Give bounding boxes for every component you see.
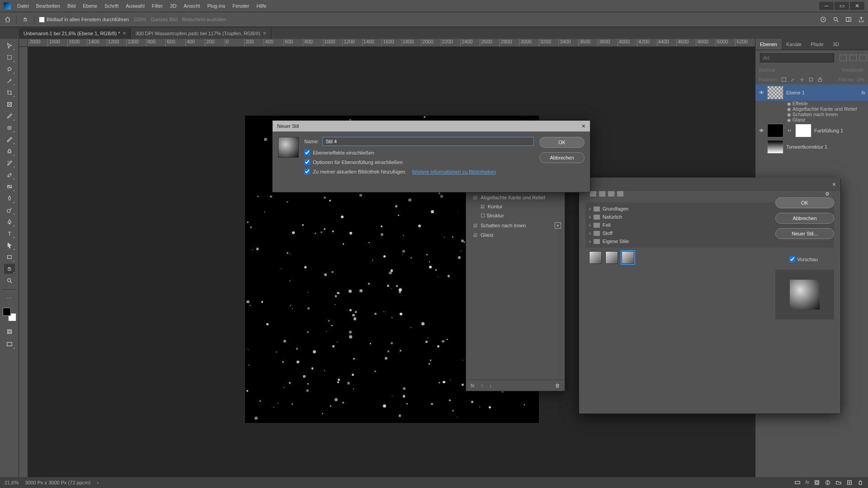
close-icon[interactable]: × [828,179,840,190]
effect-item[interactable]: ◉ Abgeflachte Kante und Relief [755,106,868,112]
fit-image[interactable]: Ganzes Bild [151,17,177,22]
style-size-large[interactable] [608,191,614,197]
hand-tool-icon[interactable] [21,15,29,23]
search-icon[interactable] [833,16,839,23]
fx-badge[interactable]: fx [861,90,865,95]
dodge-tool[interactable] [4,205,15,215]
zoom-100[interactable]: 100% [133,17,146,22]
path-select-tool[interactable] [4,240,15,250]
new-layer-icon[interactable] [846,479,853,486]
menu-hilfe[interactable]: Hilfe [253,1,270,10]
fill-value[interactable]: 0% [857,77,864,82]
zoom-readout[interactable]: 21,6% [5,480,19,485]
maximize-button[interactable]: ▭ [835,2,849,10]
menu-fenster[interactable]: Fenster [229,1,253,10]
gear-icon[interactable]: ⚙ [825,191,830,197]
move-tool[interactable] [4,41,15,51]
layerstyle-option[interactable]: Kontur [466,202,565,211]
menu-bild[interactable]: Bild [64,1,79,10]
layer-name[interactable]: Farbfüllung 1 [814,128,843,133]
menu-schrift[interactable]: Schrift [101,1,122,10]
layerstyle-option[interactable]: Glanz [466,230,565,239]
menu-3d[interactable]: 3D [166,1,180,10]
marquee-tool[interactable] [4,52,15,62]
add-library-checkbox[interactable]: Zu meiner aktuellen Bibliothek hinzufüge… [304,169,534,174]
document-tab-active[interactable]: Unbenannt-1 bei 21,6% (Ebene 1, RGB/8) *… [19,28,131,39]
layer-item[interactable]: 👁 Ebene 1 fx [755,84,868,101]
tab-channels[interactable]: Kanäle [782,39,806,50]
menu-filter[interactable]: Filter [148,1,166,10]
scroll-all-checkbox[interactable]: Bildlauf in allen Fenstern durchführen [39,17,129,23]
visibility-icon[interactable]: 👁 [758,90,764,95]
menu-ansicht[interactable]: Ansicht [180,1,203,10]
ruler-origin[interactable] [19,39,28,47]
layerstyle-option[interactable]: Schatten nach innen+ [466,221,565,230]
pen-tool[interactable] [4,217,15,227]
close-icon[interactable]: × [123,30,126,37]
share-icon[interactable] [858,16,864,23]
timeline-icon[interactable] [794,479,801,486]
folder-icon[interactable] [835,479,842,486]
tab-layers[interactable]: Ebenen [755,39,782,50]
preview-checkbox[interactable]: Vorschau [789,256,818,262]
menu-plug-ins[interactable]: Plug-ins [203,1,229,10]
gradient-tool[interactable] [4,182,15,192]
link-icon[interactable] [786,127,793,134]
adjust-icon[interactable] [825,479,831,486]
blend-mode-select[interactable]: Normal [759,67,775,73]
style-size-small[interactable] [590,191,596,197]
heal-tool[interactable] [4,123,15,133]
layerstyle-option[interactable]: Abgeflachte Kante und Relief [466,193,565,202]
menu-datei[interactable]: Datei [14,1,33,10]
style-thumb[interactable] [605,251,618,264]
library-info-link[interactable]: Weitere Informationen zu Bibliotheken [412,169,496,174]
include-effects-checkbox[interactable]: Ebeneneffekte einschließen [304,150,534,155]
zoom-tool[interactable] [4,276,15,286]
effect-item[interactable]: ◉ Schatten nach innen [755,112,868,117]
ok-button[interactable]: OK [775,197,834,208]
crop-tool[interactable] [4,88,15,98]
close-button[interactable]: ✕ [850,2,864,10]
include-blend-checkbox[interactable]: Optionen für Ebenenfüllung einschließen [304,159,534,165]
lock-move-icon[interactable] [799,76,805,83]
layer-name[interactable]: Tonwertkorrektur 1 [786,144,827,150]
home-icon[interactable] [4,15,12,23]
move-up-icon[interactable]: ↑ [481,383,484,388]
layer-item[interactable]: 👁 Farbfüllung 1 [755,122,868,139]
chevron-right-icon[interactable]: › [97,480,99,485]
screenmode-icon[interactable] [4,339,15,349]
style-size-med[interactable] [599,191,605,197]
style-size-xl[interactable] [617,191,623,197]
effects-header[interactable]: ◉ Effekte [755,101,868,106]
type-tool[interactable] [4,229,15,239]
lasso-tool[interactable] [4,64,15,74]
style-name-input[interactable] [322,137,534,146]
document-tab-inactive[interactable]: 300 DPI Wassertropfen.psdc bei 117% (Tro… [131,28,271,39]
tab-paths[interactable]: Pfade [806,39,828,50]
style-library-folder[interactable]: ›Eigene Stile [589,239,830,244]
style-thumb[interactable] [589,251,602,264]
add-effect-icon[interactable]: + [555,222,561,229]
trash-icon[interactable]: 🗑 [555,383,560,388]
layer-name[interactable]: Ebene 1 [786,90,805,95]
lock-all-icon[interactable] [817,76,823,83]
layerstyle-option[interactable]: ☐ Struktur [466,211,565,221]
lock-artboard-icon[interactable] [808,76,814,83]
history-brush-tool[interactable] [4,158,15,168]
color-swatches[interactable] [3,308,16,321]
fill-screen[interactable]: Bildschirm ausfüllen [182,17,226,22]
quickmask-icon[interactable] [4,327,15,337]
hand-tool[interactable] [4,264,15,274]
mask-icon[interactable] [814,479,820,486]
fx-icon[interactable]: fx [805,479,809,486]
close-icon[interactable]: × [263,30,266,37]
menu-bearbeiten[interactable]: Bearbeiten [33,1,64,10]
fx-icon[interactable]: fx [471,383,475,388]
filter-pixel-icon[interactable] [840,55,847,61]
view-history-icon[interactable] [820,16,826,23]
wand-tool[interactable] [4,76,15,86]
stamp-tool[interactable] [4,146,15,156]
lock-brush-icon[interactable] [790,76,796,83]
brush-tool[interactable] [4,135,15,145]
minimize-button[interactable]: ─ [819,2,834,10]
